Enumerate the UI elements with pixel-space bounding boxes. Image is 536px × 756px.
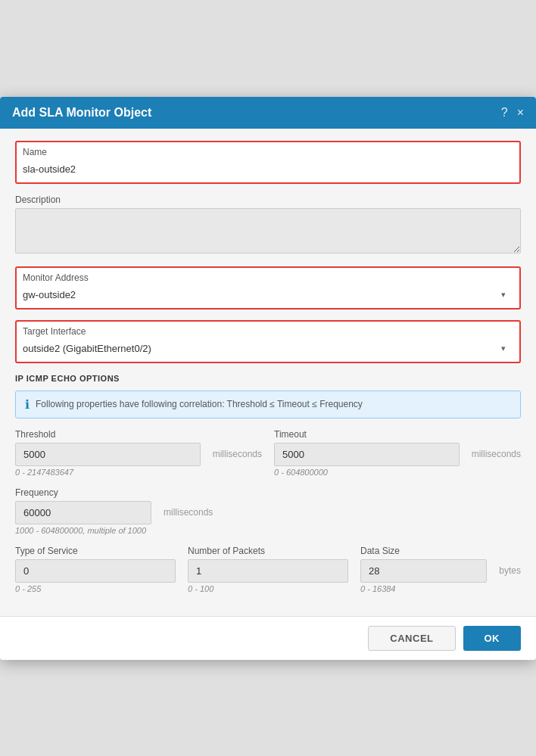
close-icon[interactable]: × (517, 106, 524, 120)
timeout-col: Timeout milliseconds 0 - 604800000 (274, 429, 521, 477)
num-packets-input[interactable] (188, 559, 348, 583)
cancel-button[interactable]: CANCEL (368, 626, 455, 651)
data-size-range: 0 - 16384 (360, 584, 521, 593)
ok-button[interactable]: OK (463, 626, 522, 651)
timeout-input[interactable] (274, 443, 460, 466)
data-size-label: Data Size (360, 546, 521, 556)
num-packets-range: 0 - 100 (188, 584, 348, 593)
add-sla-monitor-dialog: Add SLA Monitor Object ? × Name Descript… (0, 97, 536, 660)
frequency-label: Frequency (15, 487, 521, 498)
tos-packets-datasize-row: Type of Service 0 - 255 Number of Packet… (15, 546, 521, 593)
timeout-label: Timeout (274, 429, 521, 440)
monitor-address-field-group: Monitor Address gw-outside2 ▾ (15, 266, 521, 310)
dialog-title: Add SLA Monitor Object (12, 106, 151, 120)
threshold-input[interactable] (15, 443, 201, 466)
tos-range: 0 - 255 (15, 584, 176, 593)
monitor-address-select-wrapper: gw-outside2 ▾ (23, 286, 513, 303)
data-size-col: Data Size bytes 0 - 16384 (360, 546, 521, 593)
target-interface-select[interactable]: outside2 (GigabitEthernet0/2) (23, 340, 513, 357)
dialog-footer: CANCEL OK (0, 616, 536, 660)
threshold-col: Threshold milliseconds 0 - 2147483647 (15, 429, 262, 477)
dialog-header: Add SLA Monitor Object ? × (0, 97, 536, 129)
data-size-input[interactable] (360, 559, 487, 583)
info-icon: ℹ (25, 397, 30, 412)
monitor-address-label: Monitor Address (23, 272, 513, 283)
timeout-unit: milliseconds (472, 449, 521, 459)
threshold-unit: milliseconds (213, 449, 262, 459)
data-size-unit: bytes (499, 565, 521, 576)
info-message: Following properties have following corr… (36, 399, 363, 409)
dialog-body: Name Description Monitor Address gw-outs… (0, 129, 536, 616)
monitor-address-select[interactable]: gw-outside2 (23, 286, 513, 303)
description-label: Description (15, 194, 521, 205)
tos-input[interactable] (15, 559, 176, 583)
icmp-section-title: IP ICMP ECHO OPTIONS (15, 374, 521, 383)
name-input[interactable] (23, 160, 513, 178)
target-interface-label: Target Interface (23, 326, 513, 337)
target-interface-field-group: Target Interface outside2 (GigabitEthern… (15, 320, 521, 363)
frequency-input[interactable] (15, 501, 151, 524)
description-input[interactable] (15, 208, 521, 254)
info-banner: ℹ Following properties have following co… (15, 390, 521, 418)
threshold-range: 0 - 2147483647 (15, 468, 262, 477)
help-icon[interactable]: ? (501, 106, 508, 120)
frequency-unit: milliseconds (164, 507, 213, 518)
frequency-input-unit: milliseconds (15, 501, 521, 524)
num-packets-col: Number of Packets 0 - 100 (188, 546, 348, 593)
header-icons: ? × (501, 106, 524, 120)
name-field-group: Name (15, 141, 521, 184)
tos-label: Type of Service (15, 546, 176, 556)
threshold-timeout-row: Threshold milliseconds 0 - 2147483647 Ti… (15, 429, 521, 477)
threshold-label: Threshold (15, 429, 262, 440)
tos-col: Type of Service 0 - 255 (15, 546, 176, 593)
num-packets-label: Number of Packets (188, 546, 348, 556)
name-label: Name (23, 147, 513, 157)
description-field-group: Description (15, 194, 521, 256)
target-interface-select-wrapper: outside2 (GigabitEthernet0/2) ▾ (23, 340, 513, 357)
frequency-range: 1000 - 604800000, multiple of 1000 (15, 526, 521, 535)
data-size-input-unit: bytes (360, 559, 521, 583)
timeout-range: 0 - 604800000 (274, 468, 521, 477)
threshold-input-unit: milliseconds (15, 443, 262, 466)
frequency-field-group: Frequency milliseconds 1000 - 604800000,… (15, 487, 521, 535)
timeout-input-unit: milliseconds (274, 443, 521, 466)
